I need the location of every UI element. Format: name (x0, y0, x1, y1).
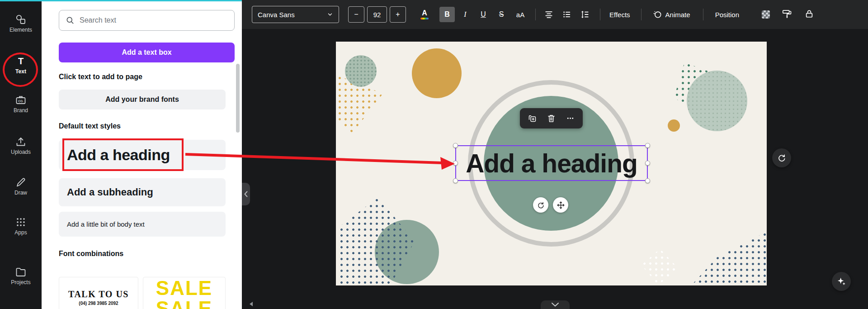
underline-button[interactable]: U (476, 7, 491, 22)
sidebar-item-label: Apps (14, 230, 27, 236)
sidebar-item-projects[interactable]: Projects (0, 266, 42, 292)
text-icon: T (15, 55, 27, 67)
position-button[interactable]: Position (710, 6, 745, 23)
sidebar-item-apps[interactable]: Apps (0, 216, 42, 242)
add-text-box-button[interactable]: Add a text box (59, 43, 235, 62)
list-button[interactable] (559, 7, 575, 22)
combo-sale-line: SALE (143, 278, 225, 298)
refresh-button[interactable] (772, 148, 791, 167)
font-size-decrease-button[interactable]: − (348, 6, 364, 23)
font-size-increase-button[interactable]: + (390, 6, 406, 23)
transparency-button[interactable] (762, 10, 770, 19)
move-handle[interactable] (553, 197, 568, 213)
rainbow-bar (420, 18, 429, 19)
font-family-select[interactable]: Canva Sans (252, 6, 339, 23)
sidebar-item-label: Projects (11, 280, 30, 285)
sidebar-item-uploads[interactable]: Uploads (0, 136, 42, 162)
resize-handle-right[interactable] (645, 161, 650, 166)
click-text-heading: Click text to add to page (59, 73, 142, 81)
text-case-button[interactable]: aA (512, 7, 529, 22)
alignment-button[interactable] (541, 7, 557, 22)
bold-button[interactable]: B (439, 7, 455, 22)
search-input[interactable] (80, 16, 228, 24)
duplicate-button[interactable] (524, 110, 541, 127)
effects-button[interactable]: Effects (604, 6, 636, 23)
text-selection-box[interactable]: Add a heading (455, 145, 648, 181)
italic-button[interactable]: I (458, 7, 473, 22)
font-combo-talk-to-us[interactable]: TALK TO US (04) 298 3985 2092 (59, 277, 138, 309)
uploads-icon (15, 136, 27, 147)
add-brand-fonts-button[interactable]: Add your brand fonts (59, 90, 226, 109)
copy-style-button[interactable] (782, 9, 793, 21)
copy-style-icon (782, 9, 793, 19)
sidebar-item-label: Uploads (11, 149, 31, 155)
font-size-value[interactable]: 92 (367, 6, 387, 23)
apps-icon (15, 216, 27, 228)
refresh-icon (777, 153, 787, 163)
more-icon (566, 114, 575, 123)
resize-handle-top-left[interactable] (453, 143, 458, 148)
separator (641, 9, 642, 20)
add-body-text-label: Add a little bit of body text (67, 220, 145, 228)
add-subheading-label: Add a subheading (67, 186, 153, 198)
resize-handle-left[interactable] (453, 161, 458, 166)
magic-icon (836, 276, 846, 286)
sidebar-item-text[interactable]: T Text (0, 55, 42, 81)
resize-handle-bottom-right[interactable] (645, 178, 650, 183)
default-text-styles-heading: Default text styles (59, 122, 121, 130)
resize-handle-top-right[interactable] (645, 143, 650, 148)
chevron-down-icon (327, 11, 333, 18)
svg-text:T: T (18, 56, 24, 66)
delete-button[interactable] (543, 110, 560, 127)
resize-handle-bottom-left[interactable] (453, 178, 458, 183)
sidebar-item-label: Brand (14, 108, 28, 114)
sage-textured-circle-top-left[interactable] (345, 55, 377, 87)
sidebar-item-brand[interactable]: CO. Brand (0, 94, 42, 120)
add-heading-style[interactable]: Add a heading (59, 140, 226, 170)
combo-subtitle: (04) 298 3985 2092 (59, 301, 138, 306)
panel-collapse-button[interactable] (242, 183, 250, 205)
add-subheading-style[interactable]: Add a subheading (59, 178, 226, 206)
search-box[interactable] (59, 10, 235, 31)
search-icon (66, 16, 75, 25)
triangle-left-icon (249, 301, 253, 307)
small-mustard-circle[interactable] (668, 119, 680, 132)
mustard-circle[interactable] (412, 48, 462, 98)
magic-assistant-button[interactable] (832, 272, 851, 291)
animate-label: Animate (665, 11, 690, 19)
sidebar-item-label: Elements (9, 27, 32, 33)
separator (703, 9, 703, 20)
text-panel: Add a text box Click text to add to page… (42, 0, 242, 309)
brand-icon: CO. (15, 94, 27, 106)
animate-button[interactable]: Animate (647, 6, 696, 23)
canva-editor: Elements T Text CO. Brand Uploads Draw A… (0, 0, 868, 309)
lock-button[interactable] (804, 9, 814, 20)
element-context-toolbar (520, 108, 583, 128)
strikethrough-button[interactable]: S (494, 7, 509, 22)
blue-dots-pattern-bottom-right[interactable] (691, 232, 767, 285)
font-combinations-heading: Font combinations (59, 250, 123, 258)
svg-text:CO.: CO. (18, 100, 24, 103)
projects-icon (15, 266, 27, 278)
rotate-handle[interactable] (533, 197, 548, 213)
combo-sale-line: SALE (143, 299, 225, 309)
font-family-value: Canva Sans (258, 11, 295, 19)
duplicate-icon (528, 114, 537, 123)
white-dots-pattern[interactable] (642, 249, 679, 285)
draw-icon (15, 176, 27, 188)
selected-heading-text[interactable]: Add a heading (466, 148, 637, 178)
add-body-text-style[interactable]: Add a little bit of body text (59, 212, 226, 237)
text-color-button[interactable]: A (417, 7, 432, 22)
sidebar-item-draw[interactable]: Draw (0, 176, 42, 203)
rotate-icon (537, 201, 545, 209)
more-options-button[interactable] (562, 110, 579, 127)
bottom-bar-toggle[interactable] (541, 300, 570, 309)
sidebar-item-elements[interactable]: Elements (0, 14, 42, 40)
font-combo-sale[interactable]: SALE SALE (143, 277, 226, 309)
scroll-left-arrow[interactable] (249, 300, 253, 309)
design-page[interactable]: Add a heading (336, 42, 767, 285)
spacing-button[interactable] (577, 7, 593, 22)
panel-scrollbar[interactable] (236, 64, 240, 133)
sage-textured-circle-right[interactable] (687, 71, 747, 131)
sidebar-item-label: Draw (14, 190, 27, 196)
